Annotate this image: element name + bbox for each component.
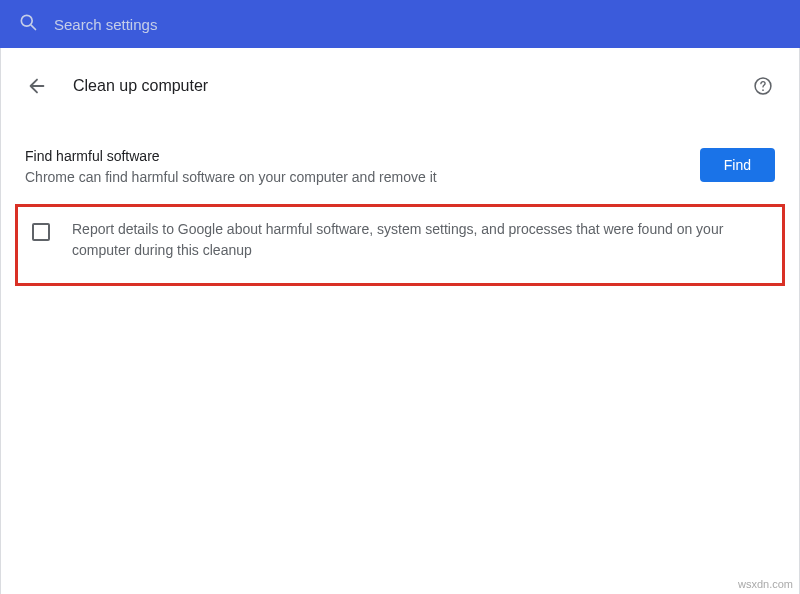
back-arrow-button[interactable] xyxy=(25,74,49,98)
svg-point-3 xyxy=(762,89,764,91)
report-checkbox[interactable] xyxy=(32,223,50,241)
content-area: Clean up computer Find harmful software … xyxy=(0,48,800,594)
find-button[interactable]: Find xyxy=(700,148,775,182)
svg-point-0 xyxy=(21,15,32,26)
report-checkbox-label: Report details to Google about harmful s… xyxy=(72,219,770,261)
page-header: Clean up computer xyxy=(1,48,799,116)
section-row: Find harmful software Chrome can find ha… xyxy=(25,148,775,188)
section-title: Find harmful software xyxy=(25,148,676,164)
search-input[interactable] xyxy=(54,16,782,33)
watermark: wsxdn.com xyxy=(738,578,793,590)
find-harmful-software-section: Find harmful software Chrome can find ha… xyxy=(1,116,799,188)
report-option-highlight: Report details to Google about harmful s… xyxy=(15,204,785,286)
search-icon xyxy=(18,12,38,36)
help-icon xyxy=(753,76,773,96)
page-title: Clean up computer xyxy=(73,77,727,95)
help-button[interactable] xyxy=(751,74,775,98)
section-text: Find harmful software Chrome can find ha… xyxy=(25,148,676,188)
section-description: Chrome can find harmful software on your… xyxy=(25,168,676,188)
settings-search-bar xyxy=(0,0,800,48)
arrow-left-icon xyxy=(26,75,48,97)
svg-line-1 xyxy=(31,25,35,29)
